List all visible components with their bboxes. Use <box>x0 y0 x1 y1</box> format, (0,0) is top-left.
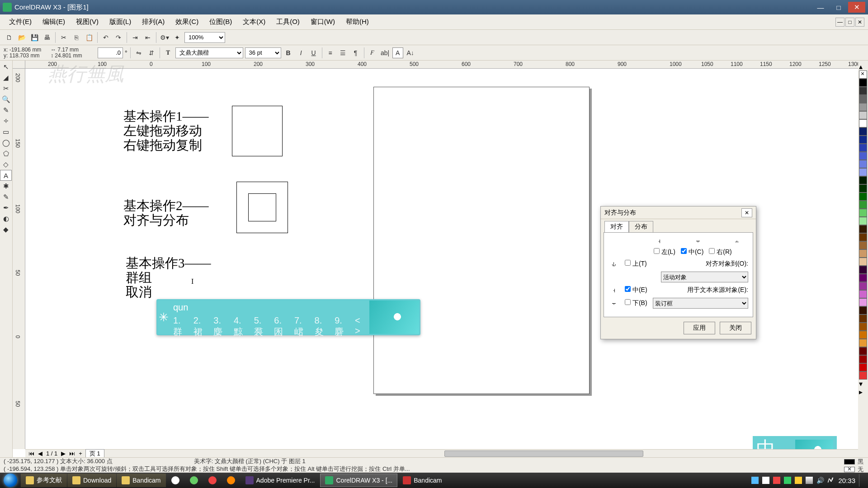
font-size-combo[interactable]: 36 pt <box>245 47 281 58</box>
color-swatch[interactable] <box>859 266 867 274</box>
color-swatch[interactable] <box>859 258 867 266</box>
undo-icon[interactable]: ↶ <box>100 32 111 43</box>
fill-swatch-icon[interactable] <box>844 459 855 465</box>
color-swatch[interactable] <box>859 249 867 258</box>
close-button[interactable]: 关闭 <box>720 322 751 334</box>
page[interactable] <box>373 87 590 394</box>
ime-cand-8[interactable]: 8.夋 <box>315 315 329 338</box>
h-scroll-thumb[interactable] <box>444 450 643 457</box>
taskbar-task[interactable] <box>166 474 184 487</box>
import-icon[interactable]: ⇥ <box>130 32 141 43</box>
menu-bitmap[interactable]: 位图(B) <box>204 16 237 28</box>
align-icon[interactable]: ≡ <box>325 47 336 58</box>
font-family-combo[interactable]: 文鼎大颜楷 <box>175 47 243 58</box>
ime-cand-1[interactable]: 1.群 <box>173 315 187 338</box>
mdi-close-button[interactable]: ✕ <box>855 18 864 27</box>
color-swatch[interactable] <box>859 144 867 152</box>
freehand-tool-icon[interactable]: ✎ <box>0 105 12 116</box>
color-swatch[interactable] <box>859 290 867 298</box>
color-swatch[interactable] <box>859 168 867 176</box>
color-swatch[interactable] <box>859 192 867 201</box>
color-swatch[interactable] <box>859 176 867 184</box>
align-right-check[interactable] <box>709 248 715 254</box>
color-swatch[interactable] <box>859 95 867 103</box>
horizontal-ruler[interactable]: 200 100 0 100 200 300 400 500 600 700 80… <box>25 61 860 69</box>
pick-tool-icon[interactable]: ↖ <box>0 61 12 72</box>
color-swatch[interactable] <box>859 87 867 95</box>
color-swatch[interactable] <box>859 323 867 331</box>
menu-window[interactable]: 窗口(W) <box>305 16 340 28</box>
canvas-text-1[interactable]: 基本操作1—— 左键拖动移动 右键拖动复制 <box>123 109 209 152</box>
fill-tool-icon[interactable]: ◐ <box>0 213 12 224</box>
color-swatch[interactable] <box>859 152 867 160</box>
color-swatch[interactable] <box>859 201 867 209</box>
taskbar-task[interactable] <box>185 474 203 487</box>
cut-icon[interactable]: ✂ <box>58 32 69 43</box>
color-swatch[interactable] <box>859 314 867 323</box>
color-swatch[interactable] <box>859 306 867 314</box>
first-page-button[interactable]: ⏮ <box>27 450 36 457</box>
ime-cand-9[interactable]: 9.麏 <box>335 315 349 338</box>
ime-cand-6[interactable]: 6.囷 <box>274 315 288 338</box>
redo-icon[interactable]: ↷ <box>113 32 124 43</box>
dialog-titlebar[interactable]: 对齐与分布 ✕ <box>601 206 756 219</box>
apply-button[interactable]: 应用 <box>684 322 715 334</box>
zoom-combo[interactable]: 100% <box>184 32 225 43</box>
palette-scroll-up[interactable]: ▴ <box>859 62 867 70</box>
color-swatch[interactable] <box>859 298 867 306</box>
color-swatch[interactable] <box>859 363 867 371</box>
taskbar-task[interactable]: Bandicam <box>398 474 447 487</box>
color-swatch[interactable] <box>859 233 867 241</box>
horizontal-scrollbar[interactable] <box>106 450 858 457</box>
palette-scroll-down[interactable]: ▾ <box>859 380 867 388</box>
tray-icon[interactable] <box>795 477 802 484</box>
bold-icon[interactable]: B <box>283 47 294 58</box>
taskbar-task[interactable]: Download <box>67 474 116 487</box>
mirror-v-icon[interactable]: ⇵ <box>146 47 157 58</box>
last-page-button[interactable]: ⏭ <box>68 450 76 457</box>
ime-cand-3[interactable]: 3.麇 <box>213 315 227 338</box>
tray-icon[interactable] <box>762 477 769 484</box>
palette-flyout[interactable]: ▸ <box>859 388 867 396</box>
add-page-button[interactable]: + <box>77 450 84 457</box>
color-swatch[interactable] <box>859 347 867 355</box>
ime-page-nav[interactable]: < > <box>355 315 366 338</box>
align-center-h-check[interactable] <box>681 248 687 254</box>
menu-view[interactable]: 视图(V) <box>71 16 104 28</box>
menu-edit[interactable]: 编辑(E) <box>37 16 71 28</box>
ime-cand-7[interactable]: 7.峮 <box>294 315 308 338</box>
canvas-rect-2-inner[interactable] <box>248 193 276 221</box>
color-swatch[interactable] <box>859 136 867 144</box>
polygon-tool-icon[interactable]: ⬠ <box>0 148 12 159</box>
minimize-button[interactable]: — <box>812 2 829 13</box>
menu-text[interactable]: 文本(X) <box>237 16 271 28</box>
eyedropper-tool-icon[interactable]: ✎ <box>0 192 12 202</box>
maximize-button[interactable]: □ <box>830 2 847 13</box>
dialog-close-button[interactable]: ✕ <box>741 208 752 217</box>
paste-icon[interactable]: 📋 <box>84 32 94 43</box>
color-swatch[interactable] <box>859 274 867 282</box>
outline-swatch-icon[interactable] <box>844 467 855 472</box>
zoom-tool-icon[interactable]: 🔍 <box>0 94 12 105</box>
color-none[interactable] <box>859 70 867 79</box>
color-swatch[interactable] <box>859 111 867 119</box>
app-launcher-icon[interactable]: ⚙▾ <box>159 32 170 43</box>
close-button[interactable]: ✕ <box>848 2 865 13</box>
align-to-select[interactable]: 活动对象 <box>661 272 748 282</box>
tray-icon[interactable] <box>773 477 780 484</box>
menu-file[interactable]: 文件(E) <box>4 16 37 28</box>
taskbar-task[interactable]: CorelDRAW X3 - [... <box>320 474 397 487</box>
text-source-select[interactable]: 装订框 <box>653 298 748 309</box>
tray-battery-icon[interactable]: 🗲 <box>827 477 835 484</box>
ime-cand-5[interactable]: 5.裠 <box>254 315 268 338</box>
italic-icon[interactable]: I <box>296 47 307 58</box>
clock[interactable]: 20:33 <box>838 477 855 484</box>
ellipse-tool-icon[interactable]: ◯ <box>0 137 12 148</box>
basic-shapes-tool-icon[interactable]: ◇ <box>0 159 12 170</box>
taskbar-task[interactable]: Adobe Premiere Pr... <box>241 474 320 487</box>
char-format-icon[interactable]: 𝐹 <box>367 47 378 58</box>
crop-tool-icon[interactable]: ✂ <box>0 83 12 94</box>
color-swatch[interactable] <box>859 160 867 168</box>
color-swatch[interactable] <box>859 282 867 290</box>
interactive-fill-tool-icon[interactable]: ◆ <box>0 224 12 235</box>
